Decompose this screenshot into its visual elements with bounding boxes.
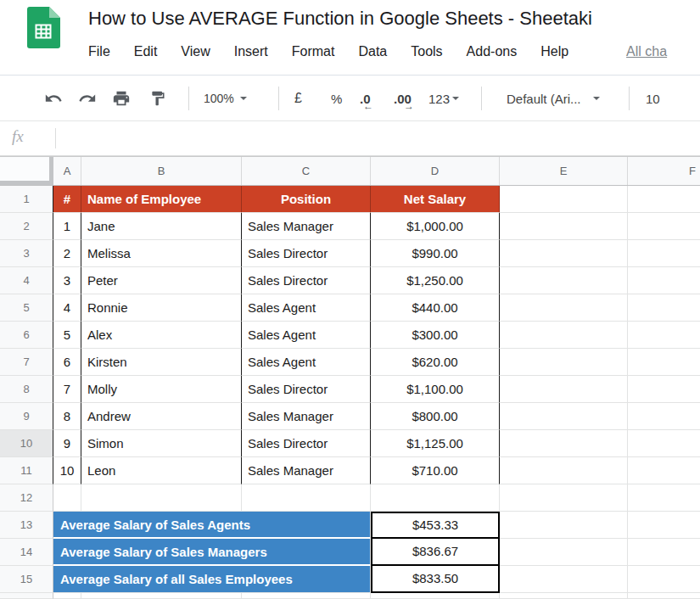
cell-F10[interactable] — [628, 430, 700, 457]
cell-F9[interactable] — [628, 403, 700, 430]
cell-D2[interactable]: $1,000.00 — [371, 213, 500, 240]
percent-format-button[interactable]: % — [331, 76, 342, 121]
currency-format-button[interactable]: £ — [294, 76, 302, 121]
select-all-corner[interactable] — [0, 157, 53, 185]
cell-F13[interactable] — [628, 512, 700, 539]
undo-button[interactable] — [44, 76, 63, 121]
row-header-13[interactable]: 13 — [0, 512, 53, 539]
cell-D1[interactable]: Net Salary — [371, 186, 500, 213]
cell-B9[interactable]: Andrew — [81, 403, 242, 430]
cell-E13[interactable] — [500, 512, 628, 539]
zoom-select[interactable]: 100% — [204, 76, 247, 121]
cell-F12[interactable] — [628, 484, 700, 512]
cell-B10[interactable]: Simon — [81, 430, 242, 457]
row-header-2[interactable]: 2 — [0, 213, 53, 240]
column-header-f[interactable]: F — [628, 157, 700, 185]
decrease-decimal-button[interactable]: .0← — [360, 76, 371, 121]
cell-C10[interactable]: Sales Director — [242, 430, 371, 457]
cell-A16[interactable] — [53, 593, 81, 599]
row-header-7[interactable]: 7 — [0, 349, 53, 376]
cell-E6[interactable] — [500, 322, 628, 349]
document-title[interactable]: How to Use AVERAGE Function in Google Sh… — [88, 8, 592, 30]
cell-C4[interactable]: Sales Director — [242, 267, 371, 294]
formula-input[interactable] — [68, 125, 691, 152]
cell-F7[interactable] — [628, 349, 700, 376]
cell-A4[interactable]: 3 — [53, 267, 81, 294]
summary-value-row15[interactable]: $833.50 — [371, 566, 500, 593]
font-size-select[interactable]: 10 — [646, 76, 660, 121]
cell-A8[interactable]: 7 — [53, 376, 81, 403]
cell-F4[interactable] — [628, 267, 700, 294]
cell-F1[interactable] — [628, 186, 700, 213]
cell-C12[interactable] — [242, 484, 371, 512]
menu-file[interactable]: File — [88, 44, 110, 59]
cell-E5[interactable] — [500, 294, 628, 322]
cell-B5[interactable]: Ronnie — [81, 294, 242, 322]
cell-E4[interactable] — [500, 267, 628, 294]
paint-format-button[interactable] — [149, 76, 166, 121]
cell-C6[interactable]: Sales Agent — [242, 322, 371, 349]
cell-D16[interactable] — [371, 593, 500, 599]
cell-D3[interactable]: $990.00 — [371, 240, 500, 267]
cell-A2[interactable]: 1 — [53, 213, 81, 240]
cell-B6[interactable]: Alex — [81, 322, 242, 349]
cell-F15[interactable] — [628, 566, 700, 593]
cell-A10[interactable]: 9 — [53, 430, 81, 457]
all-changes-saved-link[interactable]: All cha — [626, 44, 667, 59]
cell-A3[interactable]: 2 — [53, 240, 81, 267]
row-header-8[interactable]: 8 — [0, 376, 53, 403]
cell-F3[interactable] — [628, 240, 700, 267]
cell-E10[interactable] — [500, 430, 628, 457]
summary-label-row13[interactable]: Average Salary of Sales Agents — [53, 512, 371, 539]
menu-insert[interactable]: Insert — [234, 44, 268, 59]
menu-data[interactable]: Data — [358, 44, 387, 59]
cell-C16[interactable] — [242, 593, 371, 599]
row-header-5[interactable]: 5 — [0, 294, 53, 322]
cell-F16[interactable] — [628, 593, 700, 599]
summary-label-row14[interactable]: Average Salary of Sales Managers — [53, 539, 371, 566]
cell-A1[interactable]: # — [53, 186, 81, 213]
cell-E2[interactable] — [500, 213, 628, 240]
cell-D9[interactable]: $800.00 — [371, 403, 500, 430]
menu-addons[interactable]: Add-ons — [467, 44, 518, 59]
print-button[interactable] — [112, 76, 131, 121]
cell-F2[interactable] — [628, 213, 700, 240]
more-formats-button[interactable]: 123 — [428, 76, 459, 121]
menu-edit[interactable]: Edit — [134, 44, 158, 59]
cell-D10[interactable]: $1,125.00 — [371, 430, 500, 457]
cell-E8[interactable] — [500, 376, 628, 403]
cell-E16[interactable] — [500, 593, 628, 599]
cell-C2[interactable]: Sales Manager — [242, 213, 371, 240]
row-header-11[interactable]: 11 — [0, 457, 53, 484]
cell-E3[interactable] — [500, 240, 628, 267]
cell-F5[interactable] — [628, 294, 700, 322]
cell-A7[interactable]: 6 — [53, 349, 81, 376]
cell-E14[interactable] — [500, 539, 628, 566]
column-header-e[interactable]: E — [500, 157, 628, 185]
column-header-c[interactable]: C — [242, 157, 371, 185]
cell-E11[interactable] — [500, 457, 628, 484]
cell-C9[interactable]: Sales Manager — [242, 403, 371, 430]
cell-C3[interactable]: Sales Director — [242, 240, 371, 267]
cell-D6[interactable]: $300.00 — [371, 322, 500, 349]
cell-F14[interactable] — [628, 539, 700, 566]
cell-B7[interactable]: Kirsten — [81, 349, 242, 376]
summary-value-row14[interactable]: $836.67 — [371, 539, 500, 566]
cell-B4[interactable]: Peter — [81, 267, 242, 294]
summary-value-row13[interactable]: $453.33 — [371, 512, 500, 539]
cell-A11[interactable]: 10 — [53, 457, 81, 484]
cell-B3[interactable]: Melissa — [81, 240, 242, 267]
cell-E12[interactable] — [500, 484, 628, 512]
cell-F6[interactable] — [628, 322, 700, 349]
cell-C1[interactable]: Position — [242, 186, 371, 213]
column-header-d[interactable]: D — [371, 157, 500, 185]
cell-F11[interactable] — [628, 457, 700, 484]
row-header-3[interactable]: 3 — [0, 240, 53, 267]
row-header-4[interactable]: 4 — [0, 267, 53, 294]
cell-C7[interactable]: Sales Agent — [242, 349, 371, 376]
google-sheets-icon[interactable] — [24, 7, 64, 52]
redo-button[interactable] — [78, 76, 97, 121]
row-header-15[interactable]: 15 — [0, 566, 53, 593]
menu-tools[interactable]: Tools — [411, 44, 442, 59]
cell-B16[interactable] — [81, 593, 242, 599]
